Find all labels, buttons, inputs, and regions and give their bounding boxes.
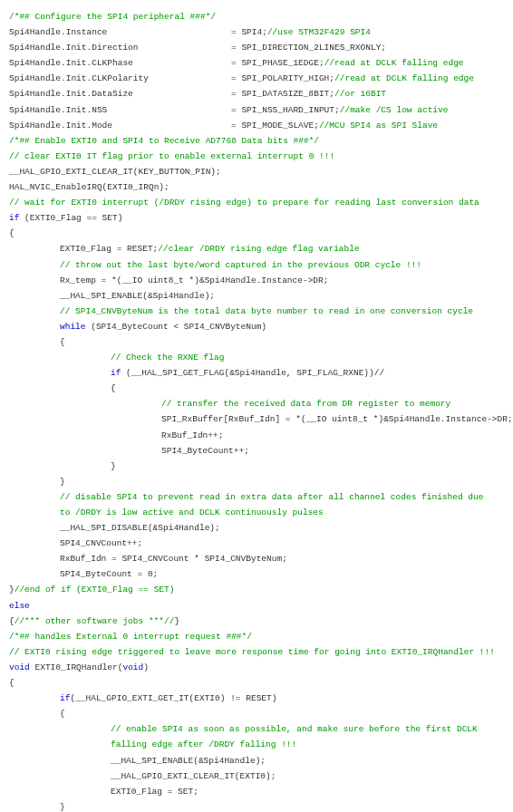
code-line: __HAL_GPIO_EXTI_CLEAR_IT(EXTI0); [9, 768, 504, 784]
code-line: __HAL_GPIO_EXTI_CLEAR_IT(KEY_BUTTON_PIN)… [9, 164, 504, 179]
comment-text: // Check the RXNE flag [111, 353, 224, 362]
code-text: EXTI0_IRQHandler( [35, 662, 123, 672]
code-text: { [111, 383, 116, 393]
code-text: } [60, 802, 65, 812]
code-text: SPI4_ByteCount = 0; [60, 569, 158, 579]
code-text: (__HAL_SPI_GET_FLAG(&Spi4Handle, SPI_FLA… [126, 368, 384, 378]
code-text: Spi4Handle.Init.CLKPolarity [9, 71, 231, 86]
code-text: Spi4Handle.Init.DataSize [9, 86, 231, 102]
keyword-text: if [111, 368, 126, 378]
code-text: __HAL_GPIO_EXTI_CLEAR_IT(EXTI0); [111, 771, 276, 781]
comment-text: //MCU SPI4 as SPI Slave [319, 121, 438, 130]
code-line: { [9, 381, 504, 396]
comment-text: /*## Configure the SPI4 peripheral ###*/ [9, 12, 216, 22]
comment-text: //use STM32F429 SPI4 [267, 27, 371, 37]
code-line: // wait for EXTI0 interrupt (/DRDY risin… [9, 195, 504, 210]
comment-text: //clear /DRDY rising edge flag variable [158, 244, 359, 254]
code-text: SPI4_CNVCount++; [60, 538, 142, 548]
code-text: SPI4_ByteCount++; [161, 446, 249, 456]
code-line: SPI_RxBuffer[RxBuf_Idn] = *(__IO uint8_t… [9, 411, 504, 427]
code-line: SPI4_CNVCount++; [9, 536, 504, 551]
code-line: void EXTI0_IRQHandler(void) [9, 660, 504, 675]
code-line: // EXTI0 rising edge triggered to leave … [9, 644, 504, 660]
code-text: Spi4Handle.Init.Direction [9, 40, 231, 55]
code-line: // SPI4_CNVByteNum is the total data byt… [9, 304, 504, 319]
code-text: __HAL_SPI_ENABLE(&Spi4Handle); [60, 291, 215, 301]
code-text: Spi4Handle.Init.Mode [9, 118, 231, 133]
code-line: SPI4_ByteCount = 0; [9, 566, 504, 582]
comment-text: // disable SPI4 to prevent read in extra… [60, 492, 489, 517]
keyword-text: if [9, 213, 24, 223]
code-text: = SPI_DIRECTION_2LINES_RXONLY; [231, 43, 386, 53]
code-text: RxBuf_Idn = SPI4_CNVCount * SPI4_CNVByte… [60, 554, 287, 564]
comment-text: // transfer the received data from DR re… [161, 399, 450, 409]
code-line: else [9, 598, 504, 614]
code-text: } [60, 477, 65, 487]
code-line: Spi4Handle.Init.CLKPhase= SPI_PHASE_1EDG… [9, 55, 504, 71]
code-text: } [174, 616, 179, 626]
keyword-text: void [122, 662, 143, 672]
code-line: { [9, 706, 504, 721]
code-line: /*## Enable EXTI0 and SPI4 to Receive AD… [9, 133, 504, 149]
code-text: __HAL_SPI_DISABLE(&Spi4Handle); [60, 523, 220, 533]
code-text: = SPI_POLARITY_HIGH; [231, 73, 334, 83]
comment-text: //read at DCLK falling edge [324, 58, 464, 68]
code-line: RxBuf_Idn = SPI4_CNVCount * SPI4_CNVByte… [9, 551, 504, 566]
code-line: } [9, 474, 504, 489]
keyword-text: else [9, 601, 30, 611]
code-line: Spi4Handle.Init.Direction= SPI_DIRECTION… [9, 40, 504, 55]
code-line: Spi4Handle.Init.CLKPolarity= SPI_POLARIT… [9, 71, 504, 86]
code-text: } [111, 461, 116, 471]
code-text: = SPI_NSS_HARD_INPUT; [231, 105, 340, 115]
keyword-text: void [9, 662, 35, 672]
code-line: // Check the RXNE flag [9, 350, 504, 365]
code-text: ) [143, 662, 149, 672]
comment-text: // EXTI0 rising edge triggered to leave … [9, 647, 495, 657]
comment-text: //or 16BIT [334, 89, 386, 99]
code-line: { [9, 675, 504, 691]
code-text: Rx_temp = *(__IO uint8_t *)&Spi4Handle.I… [60, 276, 328, 285]
code-line: EXTI0_Flag = RESET;//clear /DRDY rising … [9, 241, 504, 256]
code-text: { [60, 337, 65, 347]
code-text: SPI_RxBuffer[RxBuf_Idn] = *(__IO uint8_t… [161, 414, 513, 424]
code-line: __HAL_SPI_ENABLE(&Spi4Handle); [9, 288, 504, 304]
comment-text: //read at DCLK falling edge [334, 73, 474, 83]
code-line: __HAL_SPI_DISABLE(&Spi4Handle); [9, 520, 504, 536]
comment-text: //*** other software jobs ***// [15, 616, 175, 626]
code-line: HAL_NVIC_EnableIRQ(EXTI0_IRQn); [9, 179, 504, 195]
code-line: { [9, 334, 504, 350]
code-text: (__HAL_GPIO_EXTI_GET_IT(EXTI0) != RESET) [70, 693, 276, 703]
code-line: SPI4_ByteCount++; [9, 443, 504, 459]
code-text: (SPI4_ByteCount < SPI4_CNVByteNum) [91, 322, 266, 332]
code-line: if(__HAL_GPIO_EXTI_GET_IT(EXTI0) != RESE… [9, 691, 504, 706]
code-line: Spi4Handle.Instance= SPI4;//use STM32F42… [9, 24, 504, 40]
code-text: = SPI_MODE_SLAVE; [231, 121, 319, 130]
code-line: }//end of if (EXTI0_Flag == SET) [9, 582, 504, 597]
code-text: EXTI0_Flag = RESET; [60, 244, 158, 254]
code-line: } [9, 459, 504, 474]
comment-text: // clear EXTI0 IT flag prior to enable e… [9, 151, 334, 161]
code-line: RxBuf_Idn++; [9, 428, 504, 443]
code-text: = SPI_PHASE_1EDGE; [231, 58, 324, 68]
code-text: HAL_NVIC_EnableIRQ(EXTI0_IRQn); [9, 182, 169, 192]
comment-text: /*## Enable EXTI0 and SPI4 to Receive AD… [9, 136, 319, 146]
code-text: __HAL_GPIO_EXTI_CLEAR_IT(KEY_BUTTON_PIN)… [9, 167, 221, 177]
comment-text: //end of if (EXTI0_Flag == SET) [15, 585, 175, 594]
code-text: { [9, 678, 15, 688]
code-line: __HAL_SPI_ENABLE(&Spi4Handle); [9, 753, 504, 768]
code-text: { [9, 228, 15, 238]
code-text: Spi4Handle.Init.CLKPhase [9, 55, 231, 71]
keyword-text: while [60, 322, 91, 332]
code-block: /*## Configure the SPI4 peripheral ###*/… [9, 9, 504, 812]
code-line: Spi4Handle.Init.DataSize= SPI_DATASIZE_8… [9, 86, 504, 102]
comment-text: // throw out the last byte/word captured… [60, 260, 421, 270]
code-text: = SPI_DATASIZE_8BIT; [231, 89, 334, 99]
code-line: {//*** other software jobs ***//} [9, 614, 504, 629]
code-line: // enable SPI4 as soon as possible, and … [9, 721, 504, 752]
code-line: while (SPI4_ByteCount < SPI4_CNVByteNum) [9, 319, 504, 334]
code-text: (EXTI0_Flag == SET) [24, 213, 122, 223]
code-text: Spi4Handle.Instance [9, 24, 231, 40]
code-line: Spi4Handle.Init.NSS= SPI_NSS_HARD_INPUT;… [9, 102, 504, 118]
code-line: if (EXTI0_Flag == SET) [9, 210, 504, 226]
code-line: // throw out the last byte/word captured… [9, 257, 504, 273]
